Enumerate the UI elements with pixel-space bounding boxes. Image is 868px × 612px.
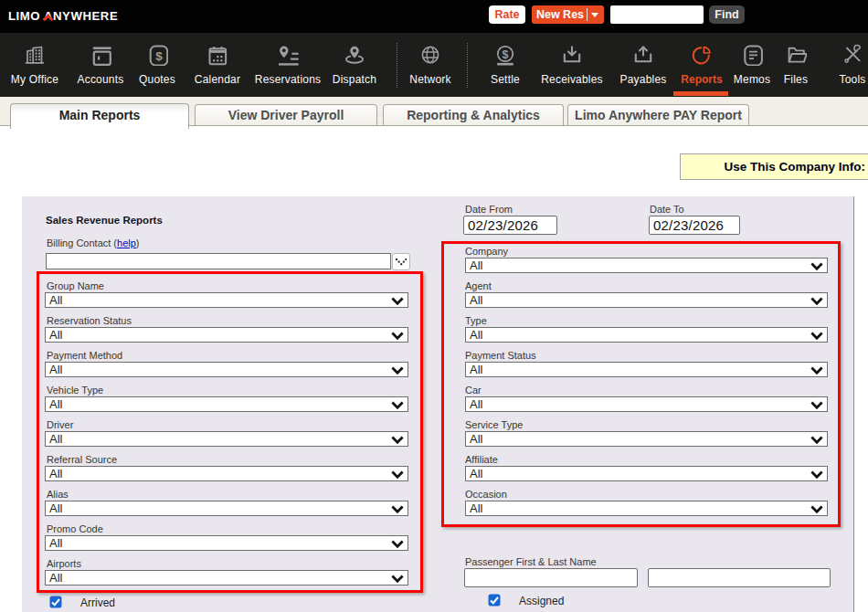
svg-text:$: $ [503, 48, 509, 61]
svg-text:$: $ [155, 49, 163, 63]
